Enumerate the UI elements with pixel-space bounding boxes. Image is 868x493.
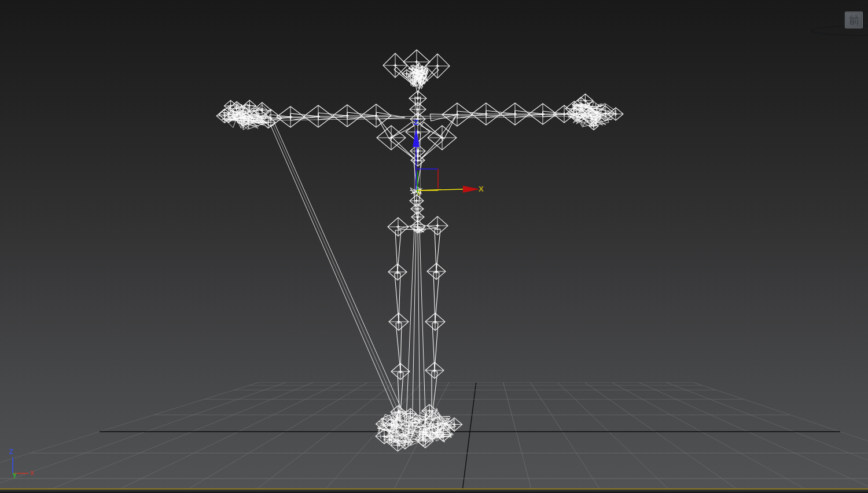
world-x-label: x [30, 469, 34, 476]
gizmo-x-label: X [479, 185, 484, 193]
viewcube-front-glyph [848, 14, 859, 25]
viewport[interactable]: X Z Y Z x y 前 [0, 0, 868, 493]
world-axis-lines [0, 446, 46, 480]
gizmo-z-label: Z [414, 119, 418, 126]
viewcube[interactable]: 前 [845, 12, 863, 28]
scene-canvas[interactable] [0, 0, 868, 493]
status-strip [0, 490, 868, 493]
world-z-label: Z [9, 448, 13, 455]
world-y-label: y [13, 471, 17, 478]
biped-skeleton-wireframe[interactable] [216, 50, 623, 451]
